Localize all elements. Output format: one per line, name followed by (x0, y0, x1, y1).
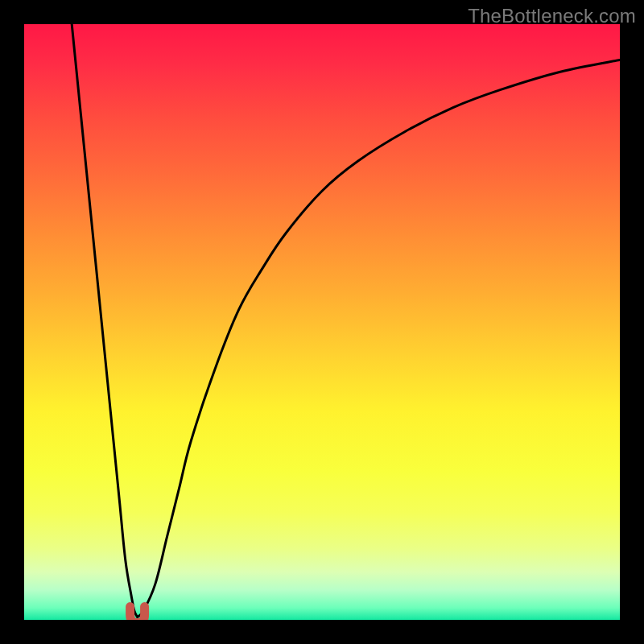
curve-right-branch (138, 60, 620, 617)
curve-left-branch (72, 24, 137, 617)
chart-plot-area (24, 24, 620, 620)
watermark-text: TheBottleneck.com (468, 5, 636, 27)
chart-curves (72, 24, 620, 617)
chart-svg (24, 24, 620, 620)
